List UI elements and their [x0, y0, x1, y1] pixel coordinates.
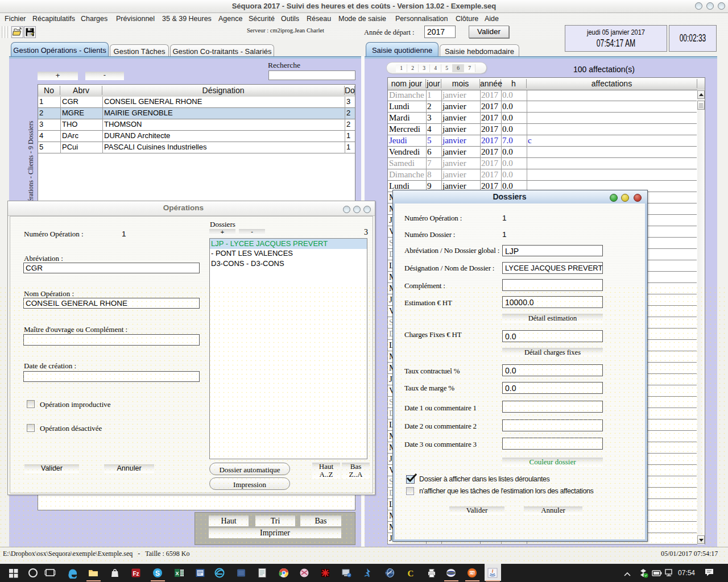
svg-text:X: X [175, 571, 179, 576]
svg-text:Fz: Fz [133, 571, 139, 577]
svg-text:S: S [155, 569, 160, 577]
svg-text:C: C [408, 569, 414, 578]
svg-text:CS: CS [469, 571, 475, 575]
